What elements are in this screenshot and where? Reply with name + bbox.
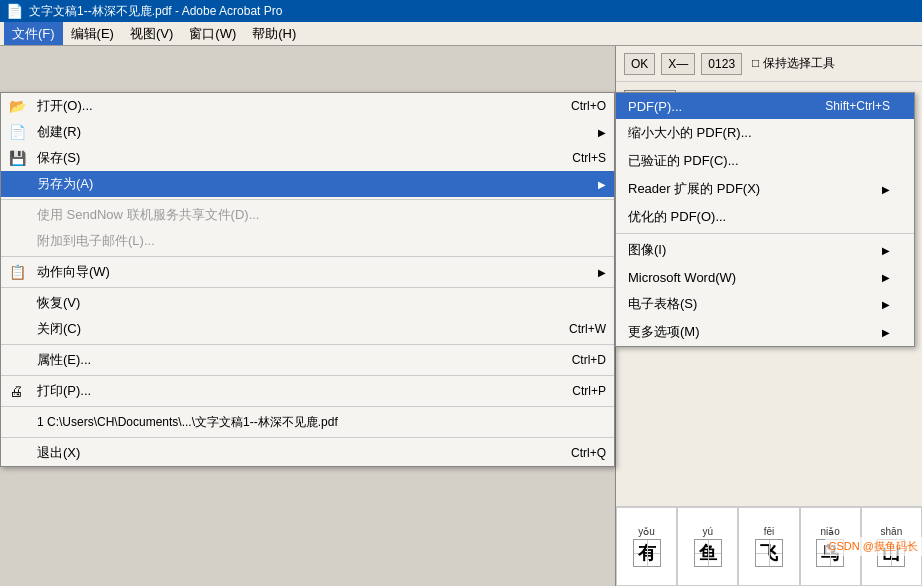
menu-props[interactable]: 属性(E)... Ctrl+D: [1, 347, 614, 373]
watermark: CSDN @摸鱼码长: [825, 537, 922, 556]
pinyin-3: niǎo: [821, 526, 840, 537]
separator-2: [1, 256, 614, 257]
menu-window[interactable]: 窗口(W): [181, 22, 244, 45]
menu-view[interactable]: 视图(V): [122, 22, 181, 45]
menu-open[interactable]: 📂 打开(O)... Ctrl+O: [1, 93, 614, 119]
submenu-cert-pdf[interactable]: 已验证的 PDF(C)...: [616, 147, 914, 175]
menu-close[interactable]: 关闭(C) Ctrl+W: [1, 316, 614, 342]
char-cell-2: fēi 飞: [738, 507, 799, 586]
wizard-arrow-icon: ▶: [598, 267, 606, 278]
more-arrow-icon: ▶: [882, 327, 890, 338]
separator-5: [1, 375, 614, 376]
menu-recent-file[interactable]: 1 C:\Users\CH\Documents\...\文字文稿1--林深不见鹿…: [1, 409, 614, 435]
app-icon: 📄: [6, 3, 23, 19]
keep-select-label: □ 保持选择工具: [752, 55, 835, 72]
separator-4: [1, 344, 614, 345]
char-cell-1: yú 鱼: [677, 507, 738, 586]
pinyin-1: yú: [703, 526, 714, 537]
menu-save[interactable]: 💾 保存(S) Ctrl+S: [1, 145, 614, 171]
file-menu-dropdown: 📂 打开(O)... Ctrl+O 📄 创建(R) ▶ 💾 保存(S) Ctrl…: [0, 92, 615, 467]
menu-help[interactable]: 帮助(H): [244, 22, 304, 45]
title-bar: 📄 文字文稿1--林深不见鹿.pdf - Adobe Acrobat Pro: [0, 0, 922, 22]
submenu-word[interactable]: Microsoft Word(W) ▶: [616, 264, 914, 290]
submenu-reduce-pdf[interactable]: 缩小大小的 PDF(R)...: [616, 119, 914, 147]
create-icon: 📄: [9, 124, 26, 140]
submenu-image[interactable]: 图像(I) ▶: [616, 236, 914, 264]
submenu-opt-pdf[interactable]: 优化的 PDF(O)...: [616, 203, 914, 231]
submenu-table[interactable]: 电子表格(S) ▶: [616, 290, 914, 318]
menu-exit[interactable]: 退出(X) Ctrl+Q: [1, 440, 614, 466]
menu-file[interactable]: 文件(F): [4, 22, 63, 45]
menu-sendnow: 使用 SendNow 联机服务共享文件(D)...: [1, 202, 614, 228]
saveas-submenu: PDF(P)... Shift+Ctrl+S 缩小大小的 PDF(R)... 已…: [615, 92, 915, 347]
pinyin-0: yǒu: [638, 526, 655, 537]
submenu-more[interactable]: 更多选项(M) ▶: [616, 318, 914, 346]
separator-7: [1, 437, 614, 438]
menu-edit[interactable]: 编辑(E): [63, 22, 122, 45]
char-cell-0: yǒu 有: [616, 507, 677, 586]
menu-revert[interactable]: 恢复(V): [1, 290, 614, 316]
wizard-icon: 📋: [9, 264, 26, 280]
num-button[interactable]: 0123: [701, 53, 742, 75]
ok-button[interactable]: OK: [624, 53, 655, 75]
char-grid-1: 鱼: [694, 539, 722, 567]
image-arrow-icon: ▶: [882, 245, 890, 256]
submenu-reader-pdf[interactable]: Reader 扩展的 PDF(X) ▶: [616, 175, 914, 203]
print-icon: 🖨: [9, 383, 23, 399]
menu-bar: 文件(F) 编辑(E) 视图(V) 窗口(W) 帮助(H): [0, 22, 922, 46]
menu-attach: 附加到电子邮件(L)...: [1, 228, 614, 254]
menu-print[interactable]: 🖨 打印(P)... Ctrl+P: [1, 378, 614, 404]
submenu-separator-1: [616, 233, 914, 234]
separator-3: [1, 287, 614, 288]
menu-wizard[interactable]: 📋 动作向导(W) ▶: [1, 259, 614, 285]
open-icon: 📂: [9, 98, 26, 114]
save-icon: 💾: [9, 150, 26, 166]
menu-create[interactable]: 📄 创建(R) ▶: [1, 119, 614, 145]
menu-saveas[interactable]: 另存为(A) ▶: [1, 171, 614, 197]
create-arrow-icon: ▶: [598, 127, 606, 138]
char-grid-0: 有: [633, 539, 661, 567]
reader-pdf-arrow-icon: ▶: [882, 184, 890, 195]
main-area: 📂 打开(O)... Ctrl+O 📄 创建(R) ▶ 💾 保存(S) Ctrl…: [0, 46, 922, 586]
saveas-arrow-icon: ▶: [598, 179, 606, 190]
char-grid-2: 飞: [755, 539, 783, 567]
pinyin-4: shān: [881, 526, 903, 537]
submenu-pdf[interactable]: PDF(P)... Shift+Ctrl+S: [616, 93, 914, 119]
separator-6: [1, 406, 614, 407]
pinyin-2: fēi: [764, 526, 775, 537]
window-title: 文字文稿1--林深不见鹿.pdf - Adobe Acrobat Pro: [29, 3, 282, 20]
separator-1: [1, 199, 614, 200]
x-button[interactable]: X—: [661, 53, 695, 75]
word-arrow-icon: ▶: [882, 272, 890, 283]
table-arrow-icon: ▶: [882, 299, 890, 310]
toolbar-strip: OK X— 0123 □ 保持选择工具: [616, 46, 922, 82]
